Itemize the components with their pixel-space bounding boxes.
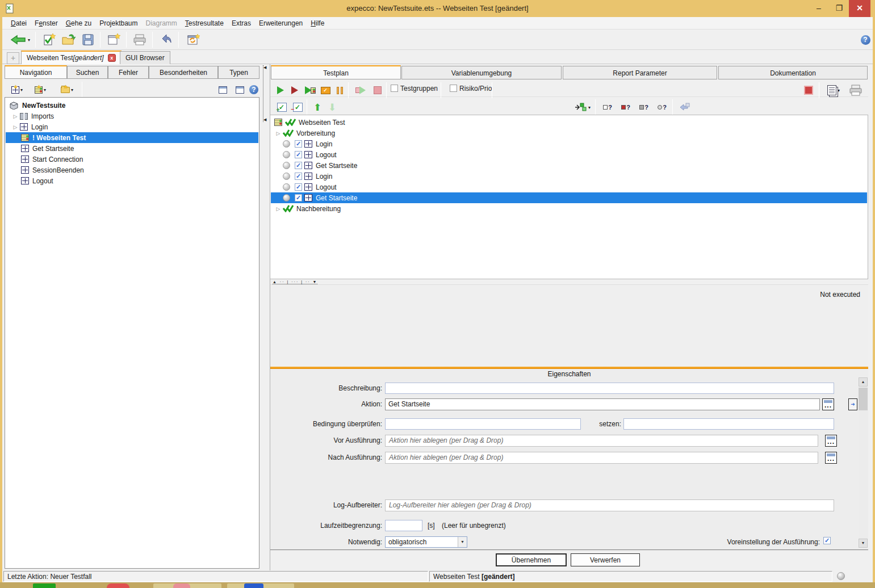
tab-typen[interactable]: Typen [218, 66, 259, 79]
back-dropdown-icon[interactable]: ▾ [28, 37, 30, 43]
enabled-checkbox[interactable] [295, 151, 302, 158]
expander-icon[interactable]: ▷ [275, 131, 281, 136]
enabled-checkbox[interactable] [295, 162, 302, 169]
tab-dokumentation[interactable]: Dokumentation [718, 66, 868, 79]
menu-hilfe[interactable]: Hilfe [307, 18, 328, 28]
aktion-goto-button[interactable]: ➜ [848, 398, 857, 410]
minimize-button[interactable]: – [809, 0, 828, 17]
stop-button[interactable] [371, 82, 384, 99]
tree-item-start-connection[interactable]: Start Connection [6, 154, 258, 165]
panel-splitter[interactable]: ◀◀ [260, 64, 270, 570]
beschreibung-input[interactable] [385, 383, 834, 394]
tab-suchen[interactable]: Suchen [67, 66, 108, 79]
copy-report-button[interactable]: ▾ [824, 82, 843, 99]
save-button[interactable] [79, 31, 97, 48]
voreinstellung-checkbox[interactable] [823, 537, 831, 544]
tree-item-get-startseite[interactable]: Get Startseite [6, 143, 258, 154]
maximize-button[interactable]: ❐ [830, 0, 849, 17]
run-selected-button[interactable] [289, 82, 300, 99]
tab-report-parameter[interactable]: Report Parameter [563, 66, 717, 79]
vorbereitung-row[interactable]: ▷ Vorbereitung [271, 128, 867, 138]
enabled-checkbox[interactable] [295, 173, 302, 180]
aktion-browse-button[interactable] [822, 398, 834, 410]
menu-fenster[interactable]: Fenster [31, 18, 62, 28]
risiko-checkbox[interactable] [450, 85, 457, 92]
laufzeit-input[interactable] [385, 520, 422, 531]
close-button[interactable]: ✕ [849, 0, 870, 17]
panel-help-button[interactable]: ? [248, 81, 260, 98]
tree-item-newtestsuite[interactable]: NewTestsuite [6, 100, 258, 111]
menu-extras[interactable]: Extras [228, 18, 255, 28]
query-breakpoint-button-1[interactable]: ? [600, 99, 616, 116]
nach-ausfuehrung-dropzone[interactable]: Aktion hier ablegen (per Drag & Drop) [385, 452, 818, 464]
scroll-up-icon[interactable]: ▲ [859, 377, 868, 387]
chevron-down-icon[interactable]: ▼ [458, 537, 467, 547]
notwendig-dropdown[interactable]: obligatorisch ▼ [385, 536, 467, 548]
tree-item-logout[interactable]: Logout [6, 175, 258, 186]
tab-variablenumgebung[interactable]: Variablenumgebung [401, 66, 562, 79]
testplan-item-row[interactable]: Logout [271, 182, 867, 192]
tree-item-imports[interactable]: ▷ Imports [6, 111, 258, 121]
tab-close-icon[interactable]: x [108, 54, 116, 62]
run-all-button[interactable] [275, 82, 286, 99]
nach-ausfuehrung-browse-button[interactable] [825, 452, 837, 464]
return-button[interactable] [677, 99, 692, 116]
new-tab-button[interactable]: + [7, 52, 19, 64]
abort-indicator-button[interactable] [802, 82, 815, 99]
menu-testresultate[interactable]: Testresultate [181, 18, 228, 28]
query-breakpoint-button-2[interactable]: ? [618, 99, 634, 116]
expander-icon[interactable]: ▷ [275, 206, 281, 212]
tab-navigation[interactable]: Navigation [5, 65, 67, 79]
uncheck-all-button[interactable]: ✓− [291, 99, 304, 116]
tab-besonderheiten[interactable]: Besonderheiten [149, 66, 218, 79]
tab-testplan[interactable]: Testplan [271, 65, 401, 79]
new-testplan-button[interactable]: ★▾ [30, 81, 51, 98]
scrollbar-thumb[interactable] [859, 388, 868, 410]
setzen-input[interactable] [623, 418, 834, 430]
testplan-item-row-selected[interactable]: Get Startseite [271, 192, 867, 203]
query-breakpoint-button-3[interactable]: ? [636, 99, 652, 116]
tab-webseiten-test[interactable]: Webseiten Test [geändert] x [21, 51, 122, 64]
expander-icon[interactable]: ▷ [12, 114, 18, 119]
tab-gui-browser[interactable]: GUI Browser [120, 51, 170, 64]
tab-fehler[interactable]: Fehler [108, 66, 149, 79]
print-button[interactable] [131, 31, 149, 48]
testplan-root-row[interactable]: Webseiten Test [271, 117, 867, 128]
menu-datei[interactable]: Datei [7, 18, 31, 28]
vor-ausfuehrung-browse-button[interactable] [825, 435, 837, 447]
properties-scrollbar[interactable]: ▲ ▼ [859, 377, 868, 548]
detach-view-button[interactable] [216, 81, 229, 98]
move-down-button[interactable]: ⬇ [326, 99, 338, 116]
tree-item-webseiten-test-selected[interactable]: ! Webseiten Test [6, 132, 258, 143]
resume-button[interactable] [353, 82, 368, 99]
back-button[interactable]: ▾ [7, 31, 33, 48]
check-all-button[interactable]: ✓＋ [275, 99, 288, 116]
menu-erweiterungen[interactable]: Erweiterungen [255, 18, 307, 28]
taskbar-icon-green[interactable] [33, 583, 56, 588]
bedingung-input[interactable] [385, 418, 581, 430]
tree-item-login[interactable]: ▷ Login [6, 121, 258, 132]
taskbar-icon-red[interactable] [107, 583, 129, 588]
run-with-report-button[interactable]: ✓ [319, 82, 332, 99]
check-testsuite-button[interactable] [40, 31, 58, 48]
undo-button[interactable] [157, 31, 174, 48]
menu-projektbaum[interactable]: Projektbaum [95, 18, 141, 28]
vor-ausfuehrung-dropzone[interactable]: Aktion hier ablegen (per Drag & Drop) [385, 435, 818, 447]
new-document-button[interactable] [104, 31, 123, 48]
pause-button[interactable] [334, 82, 345, 99]
split-view-button[interactable] [233, 81, 246, 98]
verwerfen-button[interactable]: Verwerfen [571, 553, 640, 566]
print-report-button[interactable] [847, 82, 865, 99]
menu-gehe-zu[interactable]: Gehe zu [62, 18, 95, 28]
nachbereitung-row[interactable]: ▷ Nachbereitung [271, 203, 867, 214]
aktion-field[interactable]: Get Startseite [385, 398, 820, 410]
step-mode-button[interactable]: ▾ [573, 99, 592, 116]
taskbar-icon-pink[interactable] [173, 583, 190, 588]
run-testplan-button[interactable] [303, 82, 317, 99]
enabled-checkbox[interactable] [295, 140, 302, 148]
uebernehmen-button[interactable]: Übernehmen [496, 553, 567, 566]
open-button[interactable] [60, 31, 78, 48]
result-splitter[interactable]: ▲ ·· | ··· | ·· ▼ [270, 279, 868, 284]
testgruppen-checkbox[interactable] [391, 85, 398, 92]
enabled-checkbox[interactable] [295, 183, 302, 191]
